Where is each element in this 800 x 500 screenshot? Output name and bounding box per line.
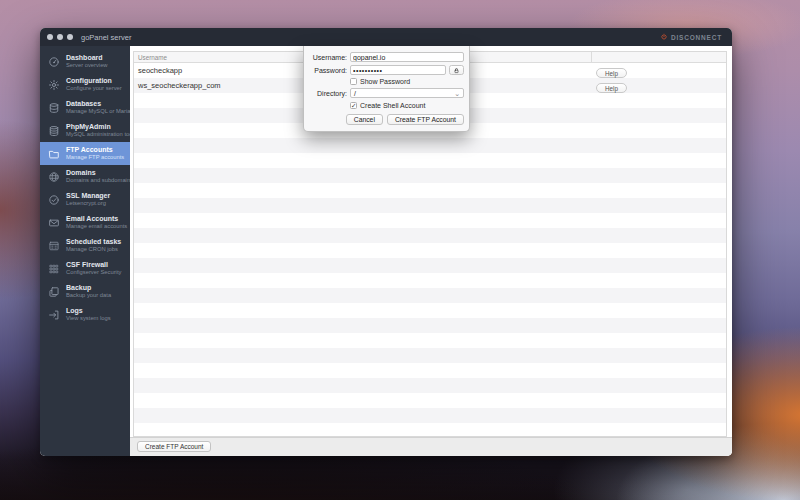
minimize-window-button[interactable] <box>57 34 63 40</box>
sidebar-item-dashboard[interactable]: DashboardServer overview <box>40 50 130 73</box>
chevron-down-icon: ⌄ <box>454 91 460 96</box>
sidebar-item-backup[interactable]: BackupBackup your data <box>40 280 130 303</box>
close-window-button[interactable] <box>47 34 53 40</box>
gopanel-window: goPanel server DISCONNECT DashboardServe… <box>40 28 732 456</box>
export-icon <box>48 309 60 321</box>
table-row-empty <box>134 408 726 423</box>
gauge-icon <box>48 56 60 68</box>
password-label: Password: <box>309 67 347 74</box>
sidebar-item-title: Dashboard <box>66 54 108 63</box>
titlebar[interactable]: goPanel server DISCONNECT <box>40 28 732 46</box>
table-row-empty <box>134 228 726 243</box>
sidebar-item-domains[interactable]: DomainsDomains and subdomains <box>40 165 130 188</box>
sidebar-item-title: PhpMyAdmin <box>66 123 134 132</box>
create-ftp-account-button[interactable]: Create FTP Account <box>137 441 211 452</box>
sidebar-item-title: CSF Firewall <box>66 261 121 270</box>
table-row-empty <box>134 423 726 436</box>
table-row-empty <box>134 393 726 408</box>
show-password-row: Show Password <box>350 78 464 85</box>
sidebar-item-title: Scheduled tasks <box>66 238 121 247</box>
show-password-checkbox[interactable] <box>350 78 357 85</box>
table-row-empty <box>134 318 726 333</box>
sidebar-item-subtitle: Configure your server <box>66 85 122 92</box>
database-admin-icon <box>48 125 60 137</box>
directory-select[interactable]: / ⌄ <box>350 88 464 98</box>
disconnect-button[interactable]: DISCONNECT <box>660 33 722 41</box>
sidebar-item-title: FTP Accounts <box>66 146 124 155</box>
sidebar-item-subtitle: Manage MySQL or MariaDB <box>66 108 139 115</box>
table-row-empty <box>134 303 726 318</box>
show-password-label: Show Password <box>360 78 410 85</box>
actions-cell: Help <box>591 77 726 95</box>
sidebar-item-phpmyadmin[interactable]: PhpMyAdminMySQL administration tool <box>40 119 130 142</box>
sidebar-item-subtitle: MySQL administration tool <box>66 131 134 138</box>
copy-icon <box>48 286 60 298</box>
sidebar-item-ssl-manager[interactable]: SSL ManagerLetsencrypt.org <box>40 188 130 211</box>
table-row-empty <box>134 138 726 153</box>
table-row-empty <box>134 378 726 393</box>
table-row-empty <box>134 198 726 213</box>
lock-icon <box>453 67 460 74</box>
password-row <box>350 65 464 75</box>
sidebar-item-subtitle: View system logs <box>66 315 111 322</box>
create-shell-row: ✓ Create Shell Account <box>350 102 464 109</box>
sidebar-item-configuration[interactable]: ConfigurationConfigure your server <box>40 73 130 96</box>
table-row-empty <box>134 348 726 363</box>
sidebar-item-title: Domains <box>66 169 133 178</box>
username-label: Username: <box>309 54 347 61</box>
sidebar-item-title: Email Accounts <box>66 215 127 224</box>
check-circle-icon <box>48 194 60 206</box>
sidebar-item-title: Configuration <box>66 77 122 86</box>
dialog-buttons: Cancel Create FTP Account <box>309 114 464 125</box>
sidebar-item-subtitle: Domains and subdomains <box>66 177 133 184</box>
sidebar-item-subtitle: Server overview <box>66 62 108 69</box>
directory-label: Directory: <box>309 90 347 97</box>
footer-bar: Create FTP Account <box>130 437 732 456</box>
disconnect-label: DISCONNECT <box>671 34 722 41</box>
zoom-window-button[interactable] <box>67 34 73 40</box>
window-title: goPanel server <box>81 33 131 42</box>
sidebar-item-ftp-accounts[interactable]: FTP AccountsManage FTP accounts <box>40 142 130 165</box>
table-row-empty <box>134 183 726 198</box>
sidebar-item-scheduled-tasks[interactable]: Scheduled tasksManage CRON jobs <box>40 234 130 257</box>
create-shell-label: Create Shell Account <box>360 102 425 109</box>
password-lock-button[interactable] <box>449 65 464 75</box>
database-icon <box>48 102 60 114</box>
sidebar-item-email-accounts[interactable]: Email AccountsManage email accounts <box>40 211 130 234</box>
calendar-icon <box>48 240 60 252</box>
envelope-icon <box>48 217 60 229</box>
sidebar-item-title: Logs <box>66 307 111 316</box>
table-row-empty <box>134 258 726 273</box>
sidebar-item-logs[interactable]: LogsView system logs <box>40 303 130 326</box>
sidebar-item-subtitle: Letsencrypt.org <box>66 200 110 207</box>
traffic-lights <box>40 34 73 40</box>
sidebar-item-subtitle: Configserver Security <box>66 269 121 276</box>
sidebar-item-subtitle: Manage CRON jobs <box>66 246 121 253</box>
column-header-actions[interactable] <box>591 52 726 62</box>
sidebar: DashboardServer overviewConfigurationCon… <box>40 46 130 456</box>
sidebar-item-databases[interactable]: DatabasesManage MySQL or MariaDB <box>40 96 130 119</box>
table-row-empty <box>134 243 726 258</box>
directory-value: / <box>354 90 356 97</box>
folder-icon <box>48 148 60 160</box>
cancel-button[interactable]: Cancel <box>346 114 383 125</box>
grid-icon <box>48 263 60 275</box>
table-row-empty <box>134 363 726 378</box>
sidebar-item-title: Databases <box>66 100 139 109</box>
sidebar-item-subtitle: Manage FTP accounts <box>66 154 124 161</box>
sidebar-item-subtitle: Manage email accounts <box>66 223 127 230</box>
create-shell-checkbox[interactable]: ✓ <box>350 102 357 109</box>
create-ftp-submit-button[interactable]: Create FTP Account <box>387 114 464 125</box>
table-row-empty <box>134 168 726 183</box>
globe-icon <box>48 171 60 183</box>
sidebar-item-title: Backup <box>66 284 111 293</box>
table-row-empty <box>134 333 726 348</box>
password-field[interactable] <box>350 65 446 75</box>
help-button[interactable]: Help <box>596 83 627 93</box>
sidebar-item-csf-firewall[interactable]: CSF FirewallConfigserver Security <box>40 257 130 280</box>
sidebar-item-title: SSL Manager <box>66 192 110 201</box>
power-icon <box>660 33 668 41</box>
sidebar-item-subtitle: Backup your data <box>66 292 111 299</box>
create-ftp-dialog: Username: Password: Show Password Direct… <box>303 46 470 132</box>
username-field[interactable] <box>350 52 464 62</box>
